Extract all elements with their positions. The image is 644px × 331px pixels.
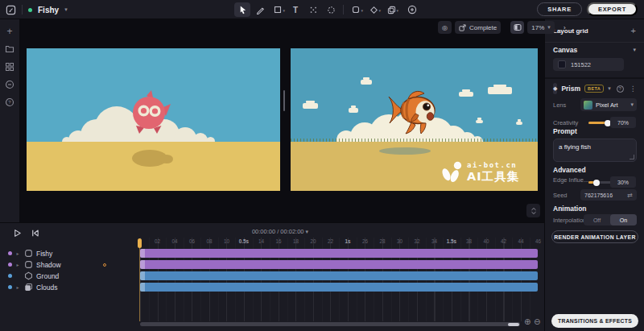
lens-select[interactable]: Pixel Art ▾: [580, 98, 637, 111]
pink-fish: [125, 89, 173, 137]
layer-name: Clouds: [36, 283, 57, 292]
layer-row-shadow[interactable]: ▸Shadow: [8, 259, 134, 270]
pixel-fish: [386, 85, 443, 138]
kebab-menu-icon[interactable]: ⋮: [630, 85, 637, 93]
left-rail: + ?: [0, 19, 19, 222]
playhead-line: [139, 247, 140, 321]
shape-tool-icon[interactable]: ▾: [348, 2, 364, 17]
canvas-section-title: Canvas: [553, 46, 577, 54]
canvas-color-field[interactable]: 151522: [553, 58, 624, 71]
seed-value: 762175616: [584, 192, 613, 198]
divider: [545, 77, 644, 79]
animation-row: Animation: [553, 205, 636, 213]
render-animation-layer-button[interactable]: RENDER ANIMATION LAYER: [551, 230, 638, 243]
split-view-icon[interactable]: [510, 21, 524, 34]
scrollbar-thumb[interactable]: [508, 323, 519, 326]
watermark-logo-icon: [440, 160, 463, 183]
assets-icon[interactable]: [0, 60, 19, 72]
timeline-tracks: [140, 223, 538, 331]
creativity-value[interactable]: 70%: [610, 117, 636, 128]
share-button[interactable]: SHARE: [537, 2, 582, 16]
pixel-tool-icon[interactable]: [305, 2, 321, 17]
watermark: ai-bot.cn AI工具集: [440, 160, 519, 183]
prompt-input[interactable]: a flying fish: [554, 139, 636, 161]
interpolation-on-option[interactable]: On: [610, 214, 637, 225]
fish-shadow-tail: [160, 155, 173, 163]
frame-tool-icon[interactable]: ▾: [270, 2, 286, 17]
expand-chevron-icon[interactable]: ▸: [15, 284, 20, 290]
export-button[interactable]: EXPORT: [587, 2, 638, 16]
layer-color-dot: [8, 285, 12, 289]
next-frame-icon[interactable]: ›: [558, 21, 572, 34]
project-name[interactable]: Fishy: [38, 6, 59, 14]
layers-tool-icon[interactable]: ▾: [383, 2, 399, 17]
canvas-color-value: 151522: [571, 61, 591, 68]
select-tool-icon[interactable]: [234, 2, 250, 17]
project-status-dot: [28, 8, 32, 12]
add-tool-icon[interactable]: [404, 2, 420, 17]
folder-icon[interactable]: [0, 43, 19, 55]
complete-button[interactable]: Complete: [455, 21, 501, 34]
project-menu-chevron-icon[interactable]: ▾: [64, 6, 68, 13]
toolbar: ▾ T ▾ ▾ ▾: [234, 2, 420, 18]
layer-frame-icon: [23, 260, 33, 270]
app-logo-icon[interactable]: [6, 5, 16, 15]
canvas-section-header[interactable]: Canvas ▾: [553, 46, 636, 54]
zoom-out-icon[interactable]: ⊖: [534, 317, 540, 326]
timeline-clip-shadow[interactable]: [140, 260, 538, 269]
canvas-viewport[interactable]: ai-bot.cn AI工具集 ◎ Complete 17% ▾ ›: [19, 19, 544, 222]
prism-icon: ◆: [553, 83, 557, 94]
interpolation-off-option[interactable]: Off: [584, 214, 610, 225]
zoom-select[interactable]: 17% ▾: [527, 21, 555, 34]
color-swatch[interactable]: [558, 60, 566, 68]
collapse-panel-icon[interactable]: [526, 204, 540, 217]
layer-row-clouds[interactable]: ▸Clouds: [8, 282, 134, 292]
playhead-handle[interactable]: [138, 238, 142, 248]
prompt-label: Prompt: [553, 127, 577, 135]
complete-icon: [459, 24, 466, 31]
timeline-clip-ground[interactable]: [140, 271, 538, 280]
component-tool-icon[interactable]: ▾: [365, 2, 382, 17]
prism-header[interactable]: ◆ Prism BETA ▾ ? ⋮: [553, 83, 636, 94]
expand-chevron-icon[interactable]: ▸: [15, 250, 20, 256]
advanced-row: Advanced: [553, 166, 636, 174]
seed-input[interactable]: 762175616 ⇄: [580, 189, 637, 201]
expand-chevron-icon[interactable]: ▸: [15, 262, 20, 267]
help-icon[interactable]: ?: [0, 96, 19, 108]
zoom-value: 17%: [531, 24, 544, 31]
edge-value[interactable]: 30%: [610, 176, 636, 188]
advanced-label: Advanced: [553, 166, 586, 174]
timeline-clip-clouds[interactable]: [140, 283, 538, 292]
comments-icon[interactable]: [0, 78, 19, 90]
frame-resize-handle[interactable]: [283, 90, 285, 111]
prompt-box: a flying fish: [553, 139, 637, 162]
text-tool-icon[interactable]: T: [287, 2, 303, 17]
help-icon[interactable]: ?: [617, 85, 624, 93]
add-icon[interactable]: +: [0, 25, 19, 37]
add-layout-grid-icon[interactable]: +: [631, 26, 636, 35]
chevron-down-icon[interactable]: ▾: [633, 47, 636, 53]
interpolation-label: Interpolation: [553, 217, 586, 224]
frame-render[interactable]: ai-bot.cn AI工具集: [291, 48, 538, 191]
layer-row-ground[interactable]: Ground: [8, 271, 134, 281]
layer-row-fishy[interactable]: ▸Fishy: [8, 248, 134, 259]
snapshot-icon[interactable]: ◎: [438, 21, 452, 34]
slider-knob[interactable]: [593, 180, 600, 186]
transform-tool-icon[interactable]: [323, 2, 339, 17]
pen-tool-icon[interactable]: [252, 2, 268, 17]
timeline-scrollbar[interactable]: [140, 322, 520, 326]
frame-source[interactable]: [27, 48, 280, 191]
lens-label: Lens: [553, 101, 566, 109]
layer-list: ▸Fishy▸ShadowGround▸Clouds: [0, 223, 137, 331]
transitions-effects-button[interactable]: TRANSITIONS & EFFECTS: [551, 314, 638, 328]
keyframe-indicator[interactable]: [103, 263, 106, 267]
right-panel: Layout grid + Canvas ▾ 151522 ◆ Prism BE…: [544, 19, 644, 331]
divider: [22, 5, 23, 14]
beta-badge: BETA: [584, 85, 604, 93]
zoom-in-icon[interactable]: ⊕: [524, 317, 530, 326]
chevron-down-icon[interactable]: ▾: [608, 85, 611, 92]
prompt-label-row: Prompt: [553, 127, 636, 135]
timeline-clip-fishy[interactable]: [140, 249, 538, 258]
shuffle-seed-icon[interactable]: ⇄: [627, 192, 633, 199]
app-window: Fishy ▾ ▾ T ▾: [0, 0, 644, 331]
